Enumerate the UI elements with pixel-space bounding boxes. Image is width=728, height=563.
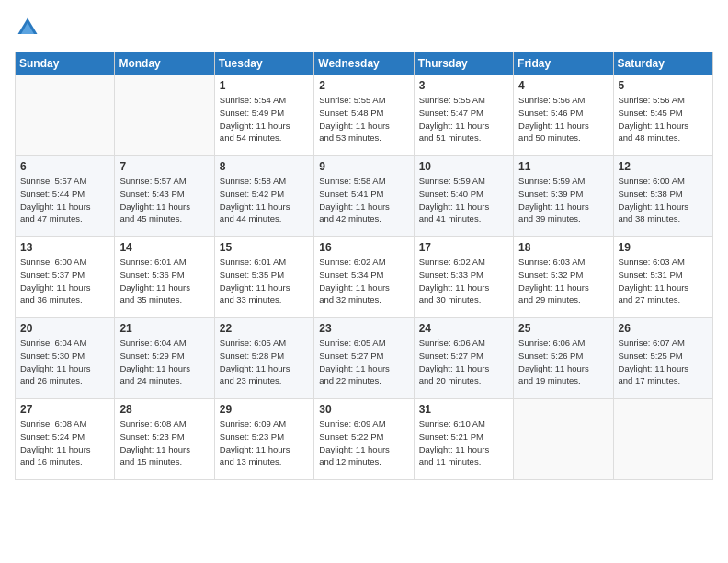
calendar-week-row: 27Sunrise: 6:08 AMSunset: 5:24 PMDayligh…	[16, 399, 713, 480]
day-number: 24	[419, 322, 508, 335]
day-number: 30	[319, 403, 408, 416]
day-number: 29	[220, 403, 309, 416]
weekday-header: Tuesday	[214, 52, 313, 75]
calendar-cell: 23Sunrise: 6:05 AMSunset: 5:27 PMDayligh…	[314, 318, 414, 399]
day-number: 5	[619, 79, 708, 92]
calendar-cell: 13Sunrise: 6:00 AMSunset: 5:37 PMDayligh…	[16, 237, 115, 318]
day-number: 9	[319, 160, 408, 173]
calendar-week-row: 6Sunrise: 5:57 AMSunset: 5:44 PMDaylight…	[16, 156, 713, 237]
calendar-cell	[16, 75, 115, 156]
calendar-cell: 15Sunrise: 6:01 AMSunset: 5:35 PMDayligh…	[214, 237, 313, 318]
calendar-cell: 5Sunrise: 5:56 AMSunset: 5:45 PMDaylight…	[613, 75, 712, 156]
calendar-cell: 10Sunrise: 5:59 AMSunset: 5:40 PMDayligh…	[414, 156, 513, 237]
day-number: 19	[619, 241, 708, 254]
calendar-cell: 2Sunrise: 5:55 AMSunset: 5:48 PMDaylight…	[314, 75, 414, 156]
day-number: 2	[319, 79, 408, 92]
day-number: 25	[518, 322, 608, 335]
calendar-week-row: 20Sunrise: 6:04 AMSunset: 5:30 PMDayligh…	[16, 318, 713, 399]
day-number: 16	[319, 241, 408, 254]
page-header	[15, 15, 713, 40]
day-info: Sunrise: 5:55 AMSunset: 5:48 PMDaylight:…	[319, 94, 408, 144]
calendar-cell: 26Sunrise: 6:07 AMSunset: 5:25 PMDayligh…	[613, 318, 712, 399]
calendar-cell: 27Sunrise: 6:08 AMSunset: 5:24 PMDayligh…	[16, 399, 115, 480]
day-info: Sunrise: 5:59 AMSunset: 5:39 PMDaylight:…	[518, 175, 608, 225]
day-info: Sunrise: 6:09 AMSunset: 5:22 PMDaylight:…	[319, 418, 408, 468]
day-number: 22	[220, 322, 309, 335]
day-number: 7	[119, 160, 209, 173]
calendar-cell: 3Sunrise: 5:55 AMSunset: 5:47 PMDaylight…	[414, 75, 513, 156]
calendar-cell: 29Sunrise: 6:09 AMSunset: 5:23 PMDayligh…	[214, 399, 313, 480]
weekday-header-row: SundayMondayTuesdayWednesdayThursdayFrid…	[16, 52, 713, 75]
day-number: 12	[619, 160, 708, 173]
weekday-header: Monday	[115, 52, 214, 75]
logo-icon	[15, 15, 40, 40]
day-info: Sunrise: 6:04 AMSunset: 5:29 PMDaylight:…	[119, 337, 209, 387]
calendar-cell: 31Sunrise: 6:10 AMSunset: 5:21 PMDayligh…	[414, 399, 513, 480]
calendar-cell: 7Sunrise: 5:57 AMSunset: 5:43 PMDaylight…	[115, 156, 214, 237]
day-info: Sunrise: 6:03 AMSunset: 5:31 PMDaylight:…	[619, 256, 708, 306]
calendar-cell: 20Sunrise: 6:04 AMSunset: 5:30 PMDayligh…	[16, 318, 115, 399]
day-number: 15	[220, 241, 309, 254]
calendar-cell: 19Sunrise: 6:03 AMSunset: 5:31 PMDayligh…	[613, 237, 712, 318]
calendar-cell: 12Sunrise: 6:00 AMSunset: 5:38 PMDayligh…	[613, 156, 712, 237]
day-info: Sunrise: 5:55 AMSunset: 5:47 PMDaylight:…	[419, 94, 508, 144]
calendar-cell: 1Sunrise: 5:54 AMSunset: 5:49 PMDaylight…	[214, 75, 313, 156]
day-number: 21	[119, 322, 209, 335]
day-number: 3	[419, 79, 508, 92]
calendar-cell: 25Sunrise: 6:06 AMSunset: 5:26 PMDayligh…	[514, 318, 613, 399]
calendar-cell	[613, 399, 712, 480]
day-number: 20	[20, 322, 109, 335]
day-info: Sunrise: 6:02 AMSunset: 5:34 PMDaylight:…	[319, 256, 408, 306]
day-number: 31	[419, 403, 508, 416]
day-info: Sunrise: 6:09 AMSunset: 5:23 PMDaylight:…	[220, 418, 309, 468]
calendar-cell: 30Sunrise: 6:09 AMSunset: 5:22 PMDayligh…	[314, 399, 414, 480]
day-info: Sunrise: 6:05 AMSunset: 5:27 PMDaylight:…	[319, 337, 408, 387]
day-number: 14	[119, 241, 209, 254]
calendar-cell	[115, 75, 214, 156]
day-info: Sunrise: 5:57 AMSunset: 5:43 PMDaylight:…	[119, 175, 209, 225]
day-info: Sunrise: 5:56 AMSunset: 5:45 PMDaylight:…	[619, 94, 708, 144]
calendar-cell: 22Sunrise: 6:05 AMSunset: 5:28 PMDayligh…	[214, 318, 313, 399]
day-info: Sunrise: 6:03 AMSunset: 5:32 PMDaylight:…	[518, 256, 608, 306]
day-info: Sunrise: 6:08 AMSunset: 5:24 PMDaylight:…	[20, 418, 109, 468]
day-info: Sunrise: 6:02 AMSunset: 5:33 PMDaylight:…	[419, 256, 508, 306]
day-info: Sunrise: 5:54 AMSunset: 5:49 PMDaylight:…	[220, 94, 309, 144]
weekday-header: Saturday	[613, 52, 712, 75]
day-info: Sunrise: 5:59 AMSunset: 5:40 PMDaylight:…	[419, 175, 508, 225]
calendar-cell: 18Sunrise: 6:03 AMSunset: 5:32 PMDayligh…	[514, 237, 613, 318]
day-info: Sunrise: 6:04 AMSunset: 5:30 PMDaylight:…	[20, 337, 109, 387]
day-info: Sunrise: 6:07 AMSunset: 5:25 PMDaylight:…	[619, 337, 708, 387]
calendar-cell: 14Sunrise: 6:01 AMSunset: 5:36 PMDayligh…	[115, 237, 214, 318]
day-number: 27	[20, 403, 109, 416]
calendar-cell: 6Sunrise: 5:57 AMSunset: 5:44 PMDaylight…	[16, 156, 115, 237]
day-info: Sunrise: 5:58 AMSunset: 5:41 PMDaylight:…	[319, 175, 408, 225]
day-info: Sunrise: 6:01 AMSunset: 5:36 PMDaylight:…	[119, 256, 209, 306]
day-info: Sunrise: 6:10 AMSunset: 5:21 PMDaylight:…	[419, 418, 508, 468]
day-number: 11	[518, 160, 608, 173]
day-info: Sunrise: 6:01 AMSunset: 5:35 PMDaylight:…	[220, 256, 309, 306]
day-number: 23	[319, 322, 408, 335]
logo	[15, 15, 44, 40]
day-info: Sunrise: 6:00 AMSunset: 5:38 PMDaylight:…	[619, 175, 708, 225]
day-number: 10	[419, 160, 508, 173]
day-info: Sunrise: 5:56 AMSunset: 5:46 PMDaylight:…	[518, 94, 608, 144]
calendar-cell: 17Sunrise: 6:02 AMSunset: 5:33 PMDayligh…	[414, 237, 513, 318]
calendar-cell: 11Sunrise: 5:59 AMSunset: 5:39 PMDayligh…	[514, 156, 613, 237]
calendar-cell: 28Sunrise: 6:08 AMSunset: 5:23 PMDayligh…	[115, 399, 214, 480]
weekday-header: Thursday	[414, 52, 513, 75]
calendar-cell: 16Sunrise: 6:02 AMSunset: 5:34 PMDayligh…	[314, 237, 414, 318]
weekday-header: Sunday	[16, 52, 115, 75]
day-number: 28	[119, 403, 209, 416]
day-info: Sunrise: 5:58 AMSunset: 5:42 PMDaylight:…	[220, 175, 309, 225]
day-number: 17	[419, 241, 508, 254]
weekday-header: Wednesday	[314, 52, 414, 75]
day-info: Sunrise: 6:08 AMSunset: 5:23 PMDaylight:…	[119, 418, 209, 468]
day-number: 13	[20, 241, 109, 254]
day-number: 4	[518, 79, 608, 92]
calendar-cell: 21Sunrise: 6:04 AMSunset: 5:29 PMDayligh…	[115, 318, 214, 399]
calendar-week-row: 1Sunrise: 5:54 AMSunset: 5:49 PMDaylight…	[16, 75, 713, 156]
day-info: Sunrise: 6:05 AMSunset: 5:28 PMDaylight:…	[220, 337, 309, 387]
calendar-cell: 4Sunrise: 5:56 AMSunset: 5:46 PMDaylight…	[514, 75, 613, 156]
day-number: 1	[220, 79, 309, 92]
day-info: Sunrise: 6:06 AMSunset: 5:27 PMDaylight:…	[419, 337, 508, 387]
